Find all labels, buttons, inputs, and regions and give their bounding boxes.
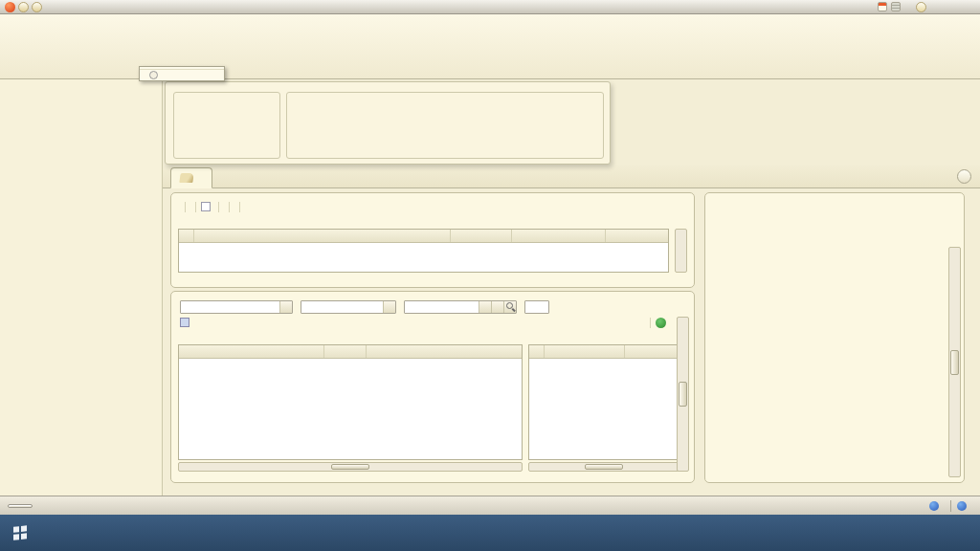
events-table	[528, 344, 679, 460]
contacts-hscrollbar[interactable]	[178, 462, 523, 472]
scroll-thumb[interactable]	[679, 382, 687, 407]
events-table-header	[529, 345, 679, 359]
message-separator	[950, 500, 951, 512]
start-button[interactable]	[0, 515, 40, 551]
column-count[interactable]	[324, 345, 367, 358]
responsible-field	[404, 300, 517, 314]
ellipsis-button[interactable]	[479, 301, 491, 313]
column-recorded[interactable]	[606, 230, 668, 242]
column-task[interactable]	[194, 230, 451, 242]
1c-logo-icon	[5, 2, 15, 12]
column-type[interactable]	[529, 345, 545, 358]
my-tasks-panel	[170, 192, 695, 288]
interactions-panel	[170, 291, 695, 483]
search-field	[524, 300, 549, 314]
status-input[interactable]	[301, 302, 383, 312]
ellipsis-button[interactable]	[279, 301, 292, 313]
info-icon	[957, 501, 967, 511]
search-icon	[505, 301, 515, 311]
content-area	[163, 79, 980, 496]
sidebar-scrollbar[interactable]	[153, 81, 163, 494]
popup-help-item[interactable]	[140, 69, 224, 80]
column-contact[interactable]	[179, 345, 324, 358]
status-bar	[0, 496, 980, 515]
history-button[interactable]	[8, 504, 33, 508]
scroll-thumb[interactable]	[585, 464, 623, 470]
check-icon	[201, 202, 211, 211]
interactions-filter-field	[180, 300, 293, 314]
calculator-icon[interactable]	[891, 2, 901, 11]
tab-list-chevron-button[interactable]	[957, 169, 971, 184]
plus-icon	[656, 318, 666, 328]
title-bar	[0, 0, 980, 14]
contacts-view-icon	[180, 318, 189, 327]
service-group	[286, 92, 604, 159]
events-hscrollbar[interactable]	[528, 462, 679, 472]
windows-logo-icon	[13, 525, 28, 541]
forward-button[interactable]	[32, 2, 42, 12]
calendar-icon[interactable]	[878, 2, 887, 11]
toolbar-separator	[185, 202, 186, 212]
interactions-scrollbar[interactable]	[677, 317, 689, 472]
close-button[interactable]	[963, 2, 975, 12]
toolbar-separator	[229, 202, 230, 212]
toolbar-separator	[239, 202, 240, 212]
workspace	[0, 79, 980, 496]
app-window	[0, 0, 980, 551]
info-menu-button[interactable]	[916, 2, 926, 12]
titlebar-buttons	[874, 2, 975, 12]
interactions-filters	[171, 298, 694, 315]
column-last-date[interactable]	[367, 345, 522, 358]
task-done-button[interactable]	[201, 202, 213, 211]
ellipsis-button[interactable]	[383, 301, 395, 313]
section-popup	[139, 66, 225, 81]
column-exclamation[interactable]	[179, 230, 194, 242]
tasks-toolbar	[171, 199, 694, 214]
column-due[interactable]	[512, 230, 606, 242]
navigation-sidebar	[0, 79, 163, 496]
info-icon	[929, 501, 939, 511]
create-button[interactable]	[656, 318, 672, 328]
section-menu-panel	[165, 81, 611, 165]
windows-taskbar	[0, 515, 980, 551]
tab-desktop[interactable]	[170, 167, 212, 188]
contacts-table-header	[179, 345, 522, 359]
restore-button[interactable]	[947, 2, 959, 12]
reports-group	[173, 92, 280, 159]
responsible-input[interactable]	[405, 302, 479, 312]
affairs-scrollbar[interactable]	[948, 247, 961, 477]
column-date[interactable]	[545, 345, 625, 358]
search-input[interactable]	[525, 302, 548, 312]
toolbar-separator	[650, 318, 651, 328]
search-button[interactable]	[503, 301, 516, 313]
toolbar-separator	[218, 202, 219, 212]
filter-input[interactable]	[181, 302, 279, 312]
back-button[interactable]	[18, 2, 29, 12]
current-affairs-list	[716, 231, 947, 477]
desktop-tab-icon	[179, 173, 193, 183]
desktop-content	[163, 188, 980, 496]
question-icon	[149, 71, 158, 79]
toolbar-separator	[195, 202, 196, 212]
clear-button[interactable]	[491, 301, 503, 313]
tasks-table-header	[179, 230, 668, 243]
tasks-scrollbar[interactable]	[675, 229, 687, 273]
column-start-date[interactable]	[451, 230, 512, 242]
contacts-table	[178, 344, 523, 460]
status-field	[301, 300, 396, 314]
column-participants[interactable]	[625, 345, 679, 358]
current-affairs-toolbar	[705, 199, 964, 214]
interactions-toolbar	[171, 315, 694, 330]
status-messages	[929, 500, 972, 512]
minimize-button[interactable]	[930, 2, 943, 12]
by-contacts-button[interactable]	[180, 318, 195, 327]
scroll-thumb[interactable]	[950, 350, 959, 375]
tasks-table	[178, 229, 669, 273]
current-affairs-panel	[704, 192, 965, 483]
scroll-thumb[interactable]	[331, 464, 369, 470]
tab-bar	[163, 164, 980, 188]
